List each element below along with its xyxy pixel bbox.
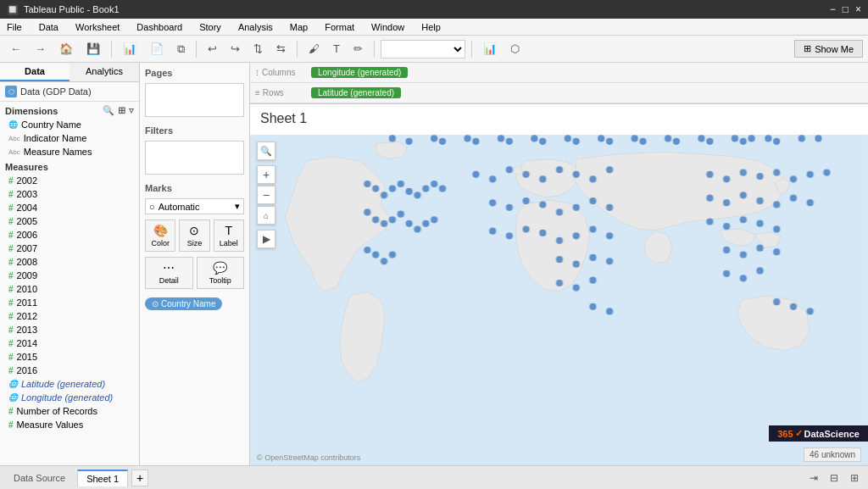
sheet1-tab[interactable]: Sheet 1 xyxy=(77,470,128,486)
svg-point-63 xyxy=(539,201,546,208)
rows-pill[interactable]: Latitude (generated) xyxy=(311,87,401,98)
toolbar-separator-4 xyxy=(374,41,375,58)
label-button[interactable]: T xyxy=(328,39,345,58)
svg-point-31 xyxy=(389,185,396,192)
map-home-button[interactable]: ⌂ xyxy=(257,206,275,225)
meas-label: 2004 xyxy=(17,203,37,213)
redo-button[interactable]: ↪ xyxy=(225,39,245,58)
measure-2014[interactable]: # 2014 xyxy=(0,336,139,350)
size-icon: ⊙ xyxy=(189,224,199,237)
bottom-icon-1[interactable]: ⇥ xyxy=(805,470,822,486)
bottom-icon-3[interactable]: ⊞ xyxy=(846,470,863,486)
size-button[interactable]: ⊙ Size xyxy=(179,219,209,252)
map-container[interactable]: 🔍 + − ⌂ ▶ © OpenStreetMap contributors 4… xyxy=(250,135,868,465)
search-icon[interactable]: 🔍 xyxy=(103,105,114,116)
shelf-area: ⫶ Columns Longitude (generated) ≡ Rows L… xyxy=(250,63,868,104)
filters-box xyxy=(145,141,244,175)
measure-2007[interactable]: # 2007 xyxy=(0,242,139,255)
annotation-button[interactable]: ✏ xyxy=(348,39,368,58)
data-source-row[interactable]: ⬡ Data (GDP Data) xyxy=(0,82,139,102)
dimension-country-name[interactable]: 🌐 Country Name xyxy=(0,118,139,131)
measure-values[interactable]: # Measure Values xyxy=(0,418,139,431)
svg-point-17 xyxy=(665,135,671,142)
measure-2011[interactable]: # 2011 xyxy=(0,296,139,309)
dimension-measure-names[interactable]: Abc Measure Names xyxy=(0,145,139,158)
svg-point-2 xyxy=(405,138,412,145)
measure-2012[interactable]: # 2012 xyxy=(0,309,139,323)
hash-icon: # xyxy=(8,203,14,213)
map-zoom-in-button[interactable]: + xyxy=(257,165,275,184)
tab-analytics[interactable]: Analytics xyxy=(70,63,139,81)
svg-point-32 xyxy=(398,181,404,187)
minimize-button[interactable]: − xyxy=(830,3,836,15)
measure-2016[interactable]: # 2016 xyxy=(0,364,139,377)
datasource-tab[interactable]: Data Source xyxy=(5,470,74,486)
measure-2003[interactable]: # 2003 xyxy=(0,187,139,201)
country-name-pill[interactable]: ⊙ Country Name xyxy=(145,297,222,310)
marks-type-dropdown[interactable]: ○ Automatic ▾ xyxy=(145,198,244,214)
svg-point-61 xyxy=(506,204,513,211)
menu-file[interactable]: File xyxy=(3,20,25,34)
tab-data[interactable]: Data xyxy=(0,63,70,81)
add-sheet-button[interactable]: + xyxy=(131,470,148,486)
menu-story[interactable]: Story xyxy=(196,20,225,34)
dimension-indicator-name[interactable]: Abc Indicator Name xyxy=(0,131,139,145)
sort2-button[interactable]: ⇆ xyxy=(271,39,291,58)
viz-type-dropdown[interactable] xyxy=(381,40,465,58)
measure-latitude[interactable]: 🌐 Latitude (generated) xyxy=(0,377,139,391)
save-button[interactable]: 💾 xyxy=(81,39,105,58)
measure-2008[interactable]: # 2008 xyxy=(0,255,139,269)
forward-button[interactable]: → xyxy=(30,39,51,58)
svg-point-4 xyxy=(439,138,446,145)
map-arrow-button[interactable]: ▶ xyxy=(257,230,275,248)
undo-button[interactable]: ↩ xyxy=(203,39,222,58)
menu-worksheet[interactable]: Worksheet xyxy=(72,20,123,34)
menu-dashboard[interactable]: Dashboard xyxy=(133,20,186,34)
show-me-button[interactable]: ⊞ Show Me xyxy=(794,40,863,58)
sort-button[interactable]: ⇅ xyxy=(248,39,268,58)
menu-help[interactable]: Help xyxy=(418,20,444,34)
measure-2006[interactable]: # 2006 xyxy=(0,228,139,242)
measure-2010[interactable]: # 2010 xyxy=(0,282,139,296)
measure-2005[interactable]: # 2005 xyxy=(0,214,139,228)
map-zoom-out-button[interactable]: − xyxy=(257,186,275,204)
new-sheet-button[interactable]: 📄 xyxy=(145,39,169,58)
duplicate-button[interactable]: ⧉ xyxy=(172,39,190,59)
bottom-icon-2[interactable]: ⊟ xyxy=(826,470,843,486)
menu-map[interactable]: Map xyxy=(287,20,311,34)
filter-button[interactable]: 🖌 xyxy=(303,39,325,58)
share-button[interactable]: ⬡ xyxy=(505,39,525,58)
measure-2015[interactable]: # 2015 xyxy=(0,350,139,364)
menu-data[interactable]: Data xyxy=(36,20,62,34)
menu-window[interactable]: Window xyxy=(368,20,408,34)
measure-2002[interactable]: # 2002 xyxy=(0,174,139,187)
measure-longitude[interactable]: 🌐 Longitude (generated) xyxy=(0,391,139,404)
window-title: Tableau Public - Book1 xyxy=(24,4,120,14)
svg-point-112 xyxy=(773,298,780,305)
menu-format[interactable]: Format xyxy=(321,20,358,34)
measure-2013[interactable]: # 2013 xyxy=(0,323,139,336)
hash-icon: # xyxy=(8,353,14,362)
color-button[interactable]: 🎨 Color xyxy=(145,219,175,252)
list-icon[interactable]: ⊞ xyxy=(118,105,125,116)
detail-button[interactable]: ⋯ Detail xyxy=(145,257,193,289)
measure-2009[interactable]: # 2009 xyxy=(0,269,139,282)
menu-analysis[interactable]: Analysis xyxy=(235,20,276,34)
tooltip-button[interactable]: 💬 Tooltip xyxy=(197,257,245,289)
close-button[interactable]: × xyxy=(855,3,861,15)
columns-pill[interactable]: Longitude (generated) xyxy=(311,67,408,78)
home-button[interactable]: 🏠 xyxy=(54,39,78,58)
map-search-button[interactable]: 🔍 xyxy=(257,142,275,160)
new-datasource-button[interactable]: 📊 xyxy=(118,39,142,58)
bar-chart-button[interactable]: 📊 xyxy=(478,39,502,58)
maximize-button[interactable]: □ xyxy=(843,3,849,15)
back-button[interactable]: ← xyxy=(5,39,26,58)
svg-point-52 xyxy=(489,175,496,182)
svg-point-10 xyxy=(539,138,546,145)
measure-2004[interactable]: # 2004 xyxy=(0,201,139,214)
sort-dim-icon[interactable]: ▿ xyxy=(129,105,134,116)
dimensions-header: Dimensions 🔍 ⊞ ▿ xyxy=(0,102,139,118)
svg-point-39 xyxy=(372,216,379,223)
measure-num-records[interactable]: # Number of Records xyxy=(0,404,139,418)
label-button[interactable]: T Label xyxy=(214,219,244,252)
